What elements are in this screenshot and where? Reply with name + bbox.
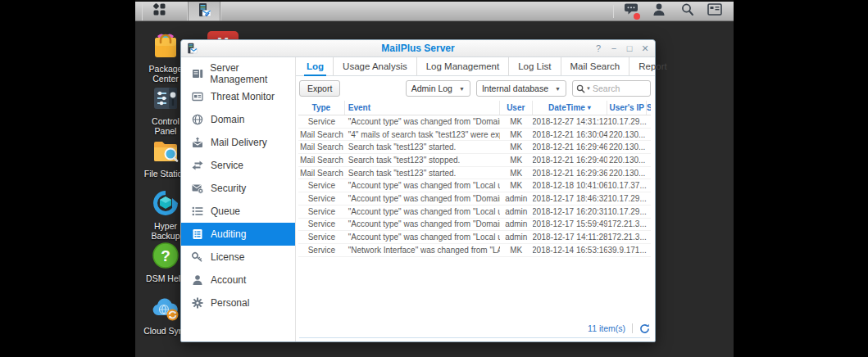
cell-user: MK bbox=[500, 244, 533, 256]
tab-log-list[interactable]: Log List bbox=[508, 57, 560, 75]
column-header-user[interactable]: User bbox=[500, 101, 533, 115]
column-header-datetime[interactable]: DateTime ▾ bbox=[533, 101, 608, 115]
help-button[interactable]: ? bbox=[593, 43, 603, 54]
sidebar-item-service[interactable]: Service bbox=[181, 154, 295, 177]
mailplus-taskbar-button[interactable] bbox=[188, 2, 220, 20]
service-arrows-icon bbox=[191, 159, 204, 172]
cell-user: MK bbox=[500, 154, 533, 166]
table-row[interactable]: Mail SearchSearch task "test123" stopped… bbox=[298, 154, 651, 167]
cell-datetime: 2018-12-18 10:41:06 bbox=[533, 179, 608, 192]
close-button[interactable]: ✕ bbox=[640, 43, 650, 54]
status-bar: 11 item(s) bbox=[299, 321, 650, 338]
cell-event: "Account type" was changed from "Local u… bbox=[345, 206, 500, 218]
search-icon bbox=[680, 2, 694, 20]
user-menu-button[interactable] bbox=[645, 2, 673, 21]
cell-datetime: 2018-12-17 14:11:28 bbox=[533, 231, 608, 243]
main-menu-button[interactable] bbox=[143, 2, 175, 20]
search-button[interactable] bbox=[673, 2, 701, 21]
domain-globe-icon bbox=[191, 113, 204, 126]
table-row[interactable]: Service"Account type" was changed from "… bbox=[298, 115, 651, 129]
cell-event: "Network Interface" was changed from "LA… bbox=[345, 244, 500, 256]
table-row[interactable]: Service"Account type" was changed from "… bbox=[298, 219, 651, 232]
cell-datetime: 2018-12-27 14:31:12 bbox=[533, 115, 608, 128]
search-box[interactable]: ▼ bbox=[572, 80, 651, 97]
search-input[interactable] bbox=[593, 84, 640, 93]
table-row[interactable]: Service"Network Interface" was changed f… bbox=[298, 244, 651, 257]
column-header-users-ip[interactable]: User's IP bbox=[607, 101, 647, 115]
tab-mail-search[interactable]: Mail Search bbox=[561, 57, 629, 75]
cell-partial bbox=[647, 141, 651, 153]
cell-type: Service bbox=[298, 192, 345, 205]
cell-type: Mail Search bbox=[298, 141, 345, 153]
sidebar-item-queue[interactable]: Queue bbox=[181, 200, 295, 223]
window-controls: ? − □ ✕ bbox=[593, 43, 650, 54]
table-row[interactable]: Service"Account type" was changed from "… bbox=[298, 192, 651, 206]
mailplus-server-window: MailPlus Server ? − □ ✕ Server Managemen… bbox=[180, 39, 656, 342]
main-menu-icon bbox=[152, 2, 166, 20]
table-row[interactable]: Service"Account type" was changed from "… bbox=[298, 231, 651, 244]
table-row[interactable]: Service"Account type" was changed from "… bbox=[298, 206, 651, 219]
account-person-icon bbox=[191, 273, 204, 287]
cell-datetime: 2018-12-21 16:29:36 bbox=[533, 167, 608, 179]
table-row[interactable]: Mail Search"4" mails of search task "tes… bbox=[298, 129, 651, 142]
cell-user: admin bbox=[500, 192, 533, 205]
table-row[interactable]: Mail SearchSearch task "test123" started… bbox=[298, 167, 651, 180]
footer-divider bbox=[632, 323, 633, 333]
widgets-button[interactable] bbox=[701, 2, 729, 21]
cell-user: admin bbox=[500, 219, 533, 231]
taskbar-divider bbox=[613, 5, 614, 18]
sidebar-item-auditing[interactable]: Auditing bbox=[181, 223, 295, 246]
export-button[interactable]: Export bbox=[299, 80, 340, 97]
threat-monitor-icon bbox=[191, 90, 204, 103]
minimize-button[interactable]: − bbox=[609, 43, 619, 54]
table-row[interactable]: Mail SearchSearch task "test123" started… bbox=[298, 141, 651, 154]
column-header-type[interactable]: Type bbox=[298, 101, 345, 115]
cell-datetime: 2018-12-21 16:29:46 bbox=[533, 141, 608, 153]
sidebar-item-server-management[interactable]: Server Management bbox=[181, 62, 295, 85]
window-titlebar[interactable]: MailPlus Server ? − □ ✕ bbox=[181, 40, 655, 57]
tab-log[interactable]: Log bbox=[298, 57, 333, 75]
taskbar-divider bbox=[220, 2, 221, 20]
cell-user: MK bbox=[500, 115, 533, 128]
table-header: Type Event User DateTime ▾ User's IP S bbox=[298, 101, 651, 115]
cell-ip: 10.17.29... bbox=[607, 192, 647, 205]
cell-event: "Account type" was changed from "Local u… bbox=[345, 231, 500, 243]
security-icon bbox=[191, 182, 204, 195]
item-count: 11 item(s) bbox=[588, 323, 625, 333]
sidebar-item-domain[interactable]: Domain bbox=[181, 108, 295, 131]
sidebar-item-security[interactable]: Security bbox=[181, 177, 295, 200]
table-row[interactable]: Service"Account type" was changed from "… bbox=[298, 179, 651, 192]
cell-partial bbox=[647, 206, 651, 218]
cell-event: "Account type" was changed from "Domain … bbox=[345, 192, 500, 205]
cell-type: Service bbox=[298, 219, 345, 231]
chat-button[interactable] bbox=[617, 2, 645, 21]
maximize-button[interactable]: □ bbox=[625, 43, 634, 54]
cell-ip: 220.130... bbox=[607, 141, 647, 153]
cell-ip: 220.130... bbox=[607, 154, 647, 166]
cell-datetime: 2018-12-21 16:29:40 bbox=[533, 154, 608, 166]
cell-datetime: 2018-12-17 16:20:31 bbox=[533, 206, 608, 218]
cell-user: MK bbox=[500, 179, 533, 192]
sidebar-item-label: Mail Delivery bbox=[211, 137, 267, 148]
log-type-select[interactable]: Admin Log ▼ bbox=[406, 80, 470, 97]
toolbar: Export Admin Log ▼ Internal database ▼ bbox=[296, 76, 655, 101]
tab-log-management[interactable]: Log Management bbox=[416, 57, 509, 75]
sidebar-item-license[interactable]: License bbox=[181, 246, 295, 269]
tab-usage-analysis[interactable]: Usage Analysis bbox=[333, 57, 416, 75]
sidebar-item-account[interactable]: Account bbox=[181, 269, 295, 291]
sidebar-item-threat-monitor[interactable]: Threat Monitor bbox=[181, 85, 295, 108]
column-header-partial[interactable]: S bbox=[647, 101, 651, 115]
chevron-down-icon: ▼ bbox=[459, 86, 465, 92]
cell-event: Search task "test123" started. bbox=[345, 167, 500, 179]
database-select[interactable]: Internal database ▼ bbox=[476, 80, 566, 97]
content-pane: Log Usage Analysis Log Management Log Li… bbox=[296, 57, 655, 341]
tab-report[interactable]: Report bbox=[629, 57, 676, 75]
auditing-icon bbox=[191, 228, 204, 241]
refresh-button[interactable] bbox=[639, 323, 650, 334]
sidebar-item-label: Queue bbox=[211, 206, 240, 217]
control-panel-icon bbox=[151, 84, 180, 113]
sidebar-item-personal[interactable]: Personal bbox=[181, 291, 295, 314]
cell-event: "Account type" was changed from "Domain … bbox=[345, 219, 500, 231]
column-header-event[interactable]: Event bbox=[345, 101, 500, 115]
sidebar-item-mail-delivery[interactable]: Mail Delivery bbox=[181, 131, 295, 154]
